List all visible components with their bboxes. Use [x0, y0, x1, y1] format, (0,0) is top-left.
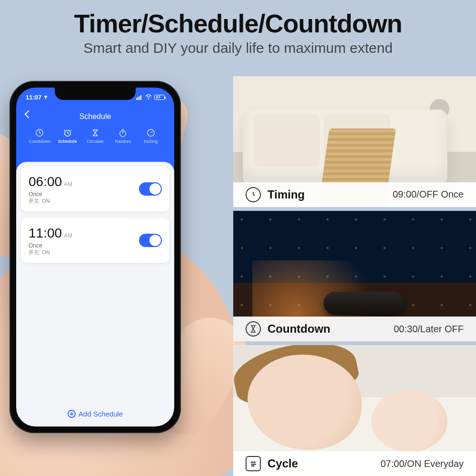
- tab-circulate[interactable]: Circulate: [81, 129, 109, 144]
- clock-icon: [35, 129, 44, 137]
- svg-point-10: [253, 464, 254, 465]
- signal-icon: [136, 94, 143, 100]
- panel-cycle: Cycle 07:00/ON Everyday: [233, 345, 476, 476]
- schedule-ampm: AM: [64, 232, 72, 239]
- panel-desc: 00:30/Later OFF: [394, 324, 464, 335]
- panel-desc: 09:00/OFF Once: [393, 189, 464, 200]
- location-icon: [43, 95, 48, 99]
- tab-countdown[interactable]: Countdown: [26, 129, 53, 144]
- svg-point-11: [255, 464, 256, 465]
- panel-desc: 07:00/ON Everyday: [380, 458, 464, 469]
- stopwatch-icon: [119, 129, 127, 137]
- status-time: 11:07: [26, 94, 41, 101]
- back-button[interactable]: [25, 110, 33, 119]
- wifi-icon: [145, 94, 152, 100]
- panel-label: Timing: [268, 188, 305, 201]
- svg-point-13: [253, 466, 254, 466]
- schedule-repeat: Once: [29, 191, 72, 198]
- schedule-switch: 开关: ON: [29, 249, 72, 256]
- phone-notch: [55, 88, 136, 100]
- schedule-item[interactable]: 11:00 AM Once 开关: ON: [21, 218, 169, 263]
- tab-schedule[interactable]: Schedule: [53, 129, 81, 144]
- svg-rect-2: [139, 96, 140, 100]
- add-schedule-button[interactable]: Add Schedule: [16, 410, 174, 418]
- schedule-list: 06:00 AM Once 开关: ON 11:00 AM: [16, 162, 174, 426]
- hourglass-icon: [91, 129, 99, 137]
- plus-icon: [68, 410, 76, 418]
- svg-rect-3: [140, 95, 141, 100]
- alarm-icon: [63, 129, 72, 137]
- schedule-time: 06:00: [29, 173, 62, 190]
- page-subtitle: Smart and DIY your daily life to maximum…: [0, 40, 476, 56]
- calendar-icon: [246, 456, 261, 471]
- phone-frame: 11:07 47 Schedule: [10, 81, 181, 433]
- page-title: Timer/Schedule/Countdown: [0, 9, 476, 38]
- battery-icon: 47: [154, 95, 165, 100]
- svg-point-9: [252, 464, 253, 465]
- schedule-ampm: AM: [64, 181, 72, 188]
- hourglass-icon: [246, 321, 261, 337]
- svg-rect-1: [138, 97, 139, 100]
- panel-timing: Timing 09:00/OFF Once: [233, 76, 476, 207]
- schedule-time: 11:00: [29, 225, 62, 241]
- clock-icon: [246, 187, 261, 202]
- panel-countdown: Countdown 00:30/Later OFF: [233, 211, 476, 342]
- screen-title: Schedule: [79, 112, 111, 121]
- schedule-item[interactable]: 06:00 AM Once 开关: ON: [21, 167, 169, 211]
- svg-point-4: [148, 98, 149, 99]
- svg-point-12: [252, 466, 253, 466]
- phone-screen: 11:07 47 Schedule: [16, 88, 174, 426]
- schedule-repeat: Once: [29, 242, 72, 249]
- panel-label: Cycle: [268, 457, 298, 470]
- svg-rect-0: [136, 98, 137, 100]
- tab-inching[interactable]: Inching: [137, 129, 165, 144]
- schedule-switch: 开关: ON: [29, 198, 72, 205]
- panel-label: Countdown: [268, 322, 330, 336]
- hand-holding-phone: 11:07 47 Schedule: [0, 76, 238, 476]
- timer-icon: [147, 129, 155, 137]
- schedule-toggle[interactable]: [139, 234, 162, 247]
- tab-random[interactable]: Random: [109, 129, 137, 144]
- schedule-toggle[interactable]: [139, 182, 162, 196]
